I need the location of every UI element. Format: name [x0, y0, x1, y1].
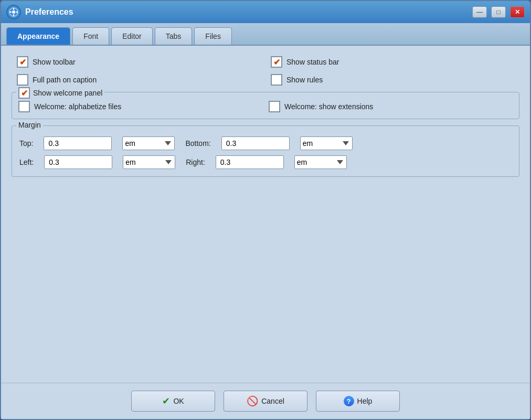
full-path-label: Full path on caption — [33, 76, 97, 84]
help-icon: ? — [344, 396, 354, 406]
left-label: Left: — [19, 158, 34, 166]
top-input[interactable] — [44, 136, 112, 150]
show-toolbar-checkbox[interactable]: ✔ — [17, 56, 28, 68]
tab-tabs[interactable]: Tabs — [155, 27, 193, 45]
minimize-button[interactable]: — — [472, 6, 487, 18]
show-status-bar-check: ✔ — [273, 57, 280, 67]
margin-top-bottom-row: Top: empxptcmin Bottom: empxptcmin — [19, 136, 512, 150]
welcome-panel-group: ✔ Show welcome panel Welcome: alphabetiz… — [12, 92, 519, 119]
show-status-bar-item: ✔ Show status bar — [271, 56, 514, 68]
bottom-label: Bottom: — [185, 139, 210, 148]
welcome-alphabetize-checkbox[interactable] — [18, 101, 30, 112]
cancel-label: Cancel — [261, 397, 284, 405]
right-unit-select[interactable]: empxptcmin — [294, 155, 347, 169]
bottom-unit-select[interactable]: empxptcmin — [300, 136, 353, 150]
ok-label: OK — [173, 397, 184, 405]
spacer — [12, 183, 519, 372]
help-button[interactable]: ? Help — [316, 391, 400, 412]
welcome-sub-checkboxes: Welcome: alphabetize files Welcome: show… — [18, 101, 513, 112]
main-checkboxes-row2: Full path on caption Show rules — [12, 74, 519, 86]
show-toolbar-item: ✔ Show toolbar — [17, 56, 260, 68]
cancel-button[interactable]: 🚫 Cancel — [224, 391, 307, 412]
show-welcome-check: ✔ — [21, 88, 28, 98]
show-rules-item: Show rules — [271, 74, 514, 86]
show-rules-label: Show rules — [286, 76, 323, 84]
show-rules-checkbox[interactable] — [271, 74, 282, 86]
cancel-icon: 🚫 — [247, 395, 258, 407]
ok-button[interactable]: ✔ OK — [131, 391, 215, 412]
top-unit-select[interactable]: empxptcmin — [122, 136, 175, 150]
bottom-input[interactable] — [221, 136, 290, 150]
svg-point-2 — [12, 10, 15, 14]
tab-bar: Appearance Font Editor Tabs Files — [1, 23, 530, 46]
bottom-bar: ✔ OK 🚫 Cancel ? Help — [1, 383, 530, 419]
tab-editor[interactable]: Editor — [111, 27, 153, 45]
show-status-bar-checkbox[interactable]: ✔ — [271, 56, 282, 68]
tab-files[interactable]: Files — [194, 27, 232, 45]
show-welcome-label: Show welcome panel — [33, 89, 102, 97]
tab-font[interactable]: Font — [72, 27, 109, 45]
welcome-alphabetize-label: Welcome: alphabetize files — [34, 102, 121, 111]
tab-content: ✔ Show toolbar ✔ Show status bar Full pa… — [1, 46, 530, 383]
margin-group: Margin Top: empxptcmin Bottom: empxptcmi… — [12, 125, 519, 177]
right-input[interactable] — [216, 155, 284, 169]
welcome-extensions-checkbox[interactable] — [269, 101, 280, 112]
ok-icon: ✔ — [162, 395, 170, 407]
top-label: Top: — [19, 139, 33, 148]
welcome-extensions-label: Welcome: show extensions — [284, 102, 373, 111]
title-bar: Preferences — □ ✕ — [1, 1, 530, 23]
right-label: Right: — [186, 158, 205, 166]
show-welcome-checkbox[interactable]: ✔ — [18, 87, 30, 99]
welcome-alphabetize-item: Welcome: alphabetize files — [18, 101, 262, 112]
left-input[interactable] — [44, 155, 112, 169]
show-toolbar-check: ✔ — [19, 57, 26, 67]
left-unit-select[interactable]: empxptcmin — [123, 155, 175, 169]
welcome-extensions-item: Welcome: show extensions — [269, 101, 513, 112]
full-path-item: Full path on caption — [17, 74, 260, 86]
help-label: Help — [357, 397, 373, 405]
margin-left-right-row: Left: empxptcmin Right: empxptcmin — [19, 155, 512, 169]
preferences-window: Preferences — □ ✕ Appearance Font Editor… — [0, 0, 531, 420]
welcome-panel-legend: ✔ Show welcome panel — [16, 87, 104, 99]
main-checkboxes-row1: ✔ Show toolbar ✔ Show status bar — [12, 56, 519, 68]
window-title: Preferences — [25, 7, 468, 17]
close-button[interactable]: ✕ — [510, 6, 525, 18]
app-icon — [6, 5, 21, 19]
show-status-bar-label: Show status bar — [286, 58, 339, 66]
tab-appearance[interactable]: Appearance — [6, 27, 70, 45]
full-path-checkbox[interactable] — [17, 74, 28, 86]
margin-legend: Margin — [16, 121, 43, 129]
show-toolbar-label: Show toolbar — [33, 58, 76, 66]
maximize-button[interactable]: □ — [491, 6, 506, 18]
